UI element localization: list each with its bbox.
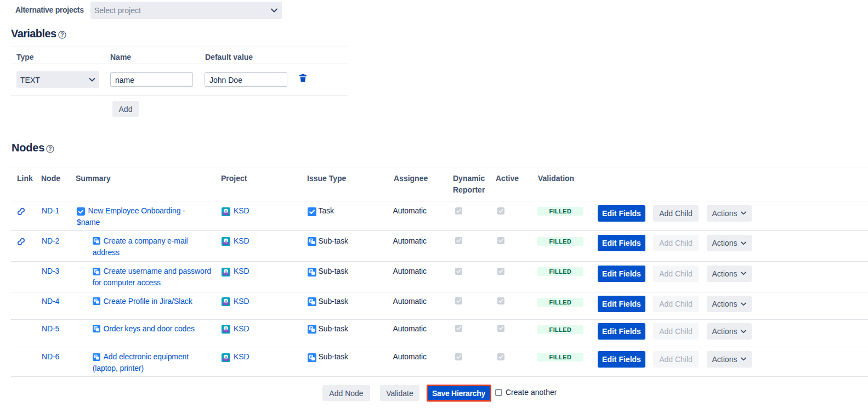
- svg-text:?: ?: [48, 145, 52, 152]
- svg-text:?: ?: [60, 31, 64, 38]
